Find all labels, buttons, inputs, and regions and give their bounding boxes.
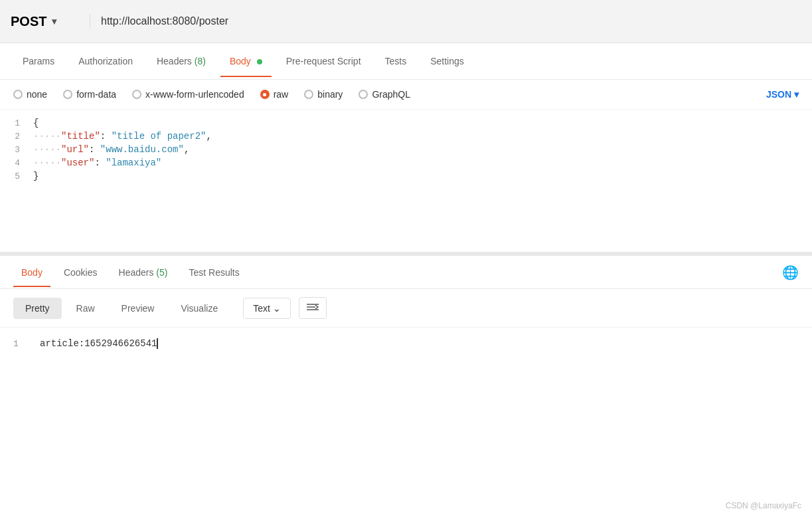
radio-circle-none xyxy=(13,90,23,99)
view-raw[interactable]: Raw xyxy=(64,298,107,319)
view-visualize[interactable]: Visualize xyxy=(169,298,230,319)
response-code: article:1652946626541 xyxy=(40,338,158,349)
radio-binary[interactable]: binary xyxy=(304,89,343,100)
radio-circle-urlencoded xyxy=(132,90,141,99)
editor-line-5: 5 } xyxy=(0,169,812,183)
radio-circle-form-data xyxy=(63,90,72,99)
wrap-button[interactable] xyxy=(299,297,327,319)
radio-form-data[interactable]: form-data xyxy=(63,89,116,100)
view-options: Pretty Raw Preview Visualize Text ⌄ xyxy=(0,289,812,328)
json-chevron: ▾ xyxy=(794,89,799,100)
editor-line-3: 3 ·····"url": "www.baidu.com", xyxy=(0,143,812,156)
radio-raw[interactable]: raw xyxy=(260,89,289,100)
url-bar: POST ▾ xyxy=(0,0,812,43)
method-label: POST xyxy=(11,14,46,29)
radio-circle-binary xyxy=(304,90,313,99)
response-content: 1 article:1652946626541 xyxy=(0,328,812,360)
url-input[interactable] xyxy=(101,15,801,27)
editor-line-4: 4 ·····"user": "lamaxiya" xyxy=(0,156,812,169)
headers-badge: (8) xyxy=(195,56,206,66)
view-pretty[interactable]: Pretty xyxy=(13,298,62,319)
editor-line-1: 1 { xyxy=(0,116,812,130)
response-tab-cookies[interactable]: Cookies xyxy=(56,258,106,287)
tab-headers[interactable]: Headers (8) xyxy=(147,45,215,77)
globe-icon[interactable]: 🌐 xyxy=(782,264,799,280)
watermark: CSDN @LamaxiyaFc xyxy=(726,501,801,510)
text-cursor xyxy=(157,338,158,349)
tab-body[interactable]: Body xyxy=(220,45,272,77)
text-selector[interactable]: Text ⌄ xyxy=(243,298,291,319)
view-preview[interactable]: Preview xyxy=(110,298,167,319)
radio-none[interactable]: none xyxy=(13,89,47,100)
text-chevron: ⌄ xyxy=(273,303,281,314)
json-selector[interactable]: JSON ▾ xyxy=(766,89,799,100)
body-dot xyxy=(257,59,262,64)
tab-tests[interactable]: Tests xyxy=(376,45,416,77)
wrap-icon xyxy=(306,302,319,312)
tab-settings[interactable]: Settings xyxy=(421,45,473,77)
radio-circle-raw xyxy=(260,90,270,99)
response-tab-test-results[interactable]: Test Results xyxy=(181,258,247,287)
method-selector[interactable]: POST ▾ xyxy=(11,14,90,29)
method-chevron: ▾ xyxy=(52,16,56,27)
editor-line-2: 2 ·····"title": "title of paper2", xyxy=(0,130,812,143)
response-headers-badge: (5) xyxy=(156,267,167,278)
radio-graphql[interactable]: GraphQL xyxy=(359,89,410,100)
response-tab-headers[interactable]: Headers (5) xyxy=(111,258,176,287)
radio-circle-graphql xyxy=(359,90,368,99)
response-line-1: 1 article:1652946626541 xyxy=(13,338,799,349)
main-tabs: Params Authorization Headers (8) Body Pr… xyxy=(0,43,812,80)
tab-authorization[interactable]: Authorization xyxy=(69,45,142,77)
tab-params[interactable]: Params xyxy=(13,45,64,77)
response-tab-body[interactable]: Body xyxy=(13,258,50,287)
code-editor[interactable]: 1 { 2 ·····"title": "title of paper2", 3… xyxy=(0,110,812,256)
radio-urlencoded[interactable]: x-www-form-urlencoded xyxy=(132,89,244,100)
response-section: Body Cookies Headers (5) Test Results 🌐 … xyxy=(0,256,812,360)
tab-pre-request-script[interactable]: Pre-request Script xyxy=(277,45,370,77)
body-options: none form-data x-www-form-urlencoded raw… xyxy=(0,80,812,110)
response-tabs: Body Cookies Headers (5) Test Results 🌐 xyxy=(0,256,812,289)
